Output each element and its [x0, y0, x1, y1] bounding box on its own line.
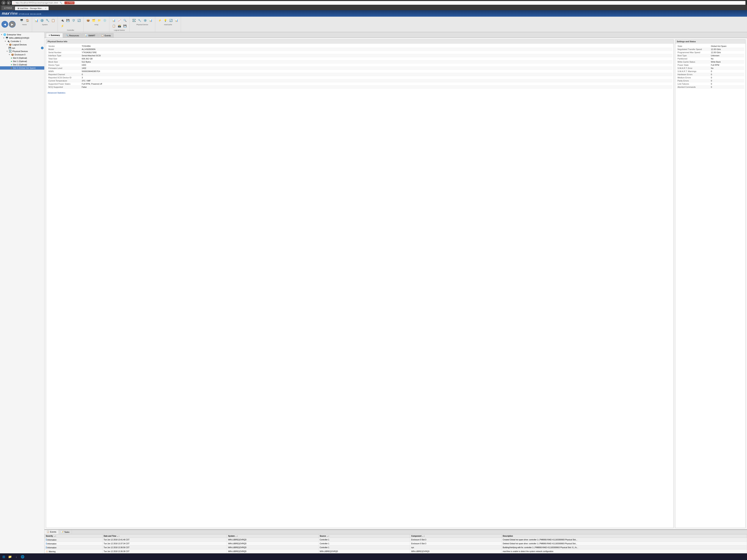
maxcache-icon-1[interactable]: ⚡ — [157, 18, 162, 23]
table-row[interactable]: ℹ Information Tue Jun 12 2018 13:36:56 C… — [45, 545, 747, 550]
physical-icon-2[interactable]: 🔧 — [137, 18, 142, 23]
info-value: AL14SEB090N — [82, 48, 96, 50]
bottom-tab-tasks[interactable]: 📝 Tasks — [59, 530, 72, 534]
severity-icon: ⚠ — [46, 550, 48, 553]
maxcache-icon-4[interactable]: 📊 — [174, 18, 179, 23]
logical-icon-3[interactable]: 🔍 — [122, 18, 127, 23]
sidebar-item-slot3[interactable]: ● Slot 3 (Global Hot Spare) — [0, 66, 44, 70]
sidebar-item-slot2[interactable]: ● Slot 2 (Optimal) — [0, 63, 44, 66]
table-row[interactable]: ⚠ Warning Tue Jun 12 2018 13:36:38 CST W… — [45, 550, 747, 553]
controller-icon-1[interactable]: 🔌 — [60, 18, 65, 23]
logical-icon-2[interactable]: 📈 — [117, 18, 122, 23]
tab-resources[interactable]: 🔍 Resources — [63, 33, 82, 37]
tab-cert-error[interactable]: 证书错误 — [1, 6, 15, 10]
tab-summary[interactable]: ≡ Summary — [46, 33, 63, 37]
col-severity[interactable]: Severity ▲▼ — [45, 534, 103, 538]
source-cell: Controller 1 — [318, 542, 410, 545]
controller-icon-2[interactable]: 💾 — [65, 18, 70, 23]
physical-devices-label: Physical Devices — [12, 50, 28, 52]
tab-events[interactable]: 📋 Events — [98, 33, 113, 37]
system-icon-4[interactable]: 📋 — [51, 18, 56, 23]
sidebar-item-enterprise-view[interactable]: ▼ 🌐 Enterprise View — [0, 33, 44, 36]
system-icon-2[interactable]: ⚙️ — [40, 18, 45, 23]
taskbar-file-explorer[interactable]: 📁 — [7, 554, 13, 559]
array-icon-4[interactable]: 💿 — [102, 18, 107, 23]
severity-sort-icon: ▲▼ — [54, 535, 56, 537]
array-icon-1[interactable]: 📦 — [85, 18, 91, 23]
settings-value: No — [711, 67, 714, 69]
maxcache-icon-3[interactable]: 🔄 — [168, 18, 174, 23]
controller-icons: 🔌 💾 🛡️ 🔄 ⚡ — [59, 18, 82, 29]
taskbar-downloads[interactable]: ↓ — [14, 554, 19, 559]
datetime-sort-icon: ▲▼ — [117, 535, 120, 537]
forward-button[interactable]: ▶ — [7, 1, 11, 5]
settings-status-title: Settings and Status — [675, 39, 745, 44]
system-icon-3[interactable]: 🔧 — [45, 18, 50, 23]
bottom-tabs-bar: 📋 Events 📝 Tasks — [45, 530, 747, 534]
col-component[interactable]: Component ▲▼ — [410, 534, 501, 538]
start-button[interactable]: ⊞ — [1, 554, 7, 559]
tabs-bar: ≡ Summary 🔍 Resources 📊 SMART 📋 Events — [45, 32, 747, 38]
info-label: Interface Type — [48, 54, 82, 57]
maxcache-icon-2[interactable]: 💡 — [163, 18, 168, 23]
controller-icon-5[interactable]: ⚡ — [60, 23, 65, 28]
toolbar-back-button[interactable]: ◀ — [1, 21, 8, 28]
smart-tab-label: SMART — [88, 34, 95, 37]
enclosure-icon: 📦 — [11, 53, 14, 56]
toolbar-forward-button[interactable]: ▶ — [9, 21, 16, 28]
advanced-statistics-link[interactable]: Advanced Statistics — [46, 90, 673, 96]
home-icon-1[interactable]: 🖥️ — [19, 18, 24, 23]
logical-icon-4[interactable]: 📋 — [111, 23, 117, 28]
col-description[interactable]: Description — [501, 534, 747, 538]
logical-icon-1[interactable]: 📊 — [111, 18, 117, 23]
logical-icon-5[interactable]: 🗃️ — [117, 23, 122, 28]
info-value: HDD — [82, 64, 86, 66]
sidebar-item-enclosure[interactable]: ▼ 📦 Enclosure 0 — [0, 53, 44, 56]
settings-value: 0 — [711, 80, 712, 82]
bottom-tasks-label: Tasks — [64, 531, 70, 533]
logical-label: Logical Device — [114, 29, 125, 31]
sidebar-item-slot1[interactable]: ● Slot 1 (Optimal) — [0, 60, 44, 63]
sidebar-item-logical-devices[interactable]: ▼ 📦 Logical Devices — [0, 43, 44, 46]
info-label: Block Size — [48, 61, 82, 63]
tab-smart[interactable]: 📊 SMART — [82, 33, 98, 37]
severity-icon: ℹ — [46, 542, 47, 545]
description-cell: maxView is unable to detect the system n… — [501, 550, 747, 553]
col-datetime[interactable]: Date and Time ▲▼ — [102, 534, 227, 538]
sidebar-item-host[interactable]: ▼ 🖥️ WIN-L6BREQOVRQD — [0, 36, 44, 39]
severity-cell: ℹ Information — [45, 542, 103, 545]
search-icon: 🔍 — [60, 2, 62, 4]
sidebar-item-controller[interactable]: ▼ 🔌 Controller 1 — [0, 39, 44, 43]
col-system[interactable]: System ▲▼ — [227, 534, 318, 538]
sidebar: ▼ 🌐 Enterprise View ▼ 🖥️ WIN-L6BREQOVRQD… — [0, 32, 45, 559]
home-icon-2[interactable]: 🏠 — [25, 18, 30, 23]
array-icon-2[interactable]: 🗂️ — [91, 18, 96, 23]
physical-icon-4[interactable]: 📊 — [148, 18, 153, 23]
back-button[interactable]: ◀ — [1, 1, 5, 5]
tab-maxview[interactable]: 🖥 maxView - Storage Man... ✕ — [15, 6, 49, 10]
component-cell: Enclosure 0 Slot 3 — [410, 542, 501, 545]
controller-label: Controller — [67, 29, 74, 31]
settings-row: PartitionedNo — [676, 57, 744, 60]
sidebar-item-sys[interactable]: 💾 sys ↻ — [0, 46, 44, 50]
tab-close-icon[interactable]: ✕ — [45, 7, 46, 9]
controller-icon-3[interactable]: 🛡️ — [71, 18, 76, 23]
sidebar-item-slot0[interactable]: ● Slot 0 (Optimal) — [0, 56, 44, 60]
array-icon-3[interactable]: 📁 — [97, 18, 102, 23]
physical-icon-3[interactable]: ⚙️ — [143, 18, 148, 23]
logical-icon-6[interactable]: 💾 — [122, 23, 127, 28]
sidebar-item-physical-devices[interactable]: ▼ 💽 Physical Devices — [0, 50, 44, 53]
windows-icon: ⊞ — [2, 555, 5, 559]
table-row[interactable]: ℹ Information Tue Jun 12 2018 13:41:46 C… — [45, 538, 747, 542]
controller-icon-4[interactable]: 🔄 — [76, 18, 81, 23]
bottom-tab-events[interactable]: 📋 Events — [45, 530, 59, 534]
taskbar: ⊞ 📁 ↓ 🌐 — [0, 553, 747, 559]
slot0-icon: ● — [11, 57, 12, 59]
physical-icon-1[interactable]: 💽 — [131, 18, 136, 23]
table-row[interactable]: ℹ Information Tue Jun 12 2018 13:37:34 C… — [45, 542, 747, 545]
address-bar[interactable]: ⚠ https://localhost:8443/maxview/manager… — [12, 1, 746, 5]
taskbar-browser[interactable]: 🌐 — [20, 554, 26, 559]
col-source[interactable]: Source ▲▼ — [318, 534, 410, 538]
system-icon-1[interactable]: 📊 — [34, 18, 39, 23]
enterprise-view-icon: 🌐 — [3, 33, 6, 36]
